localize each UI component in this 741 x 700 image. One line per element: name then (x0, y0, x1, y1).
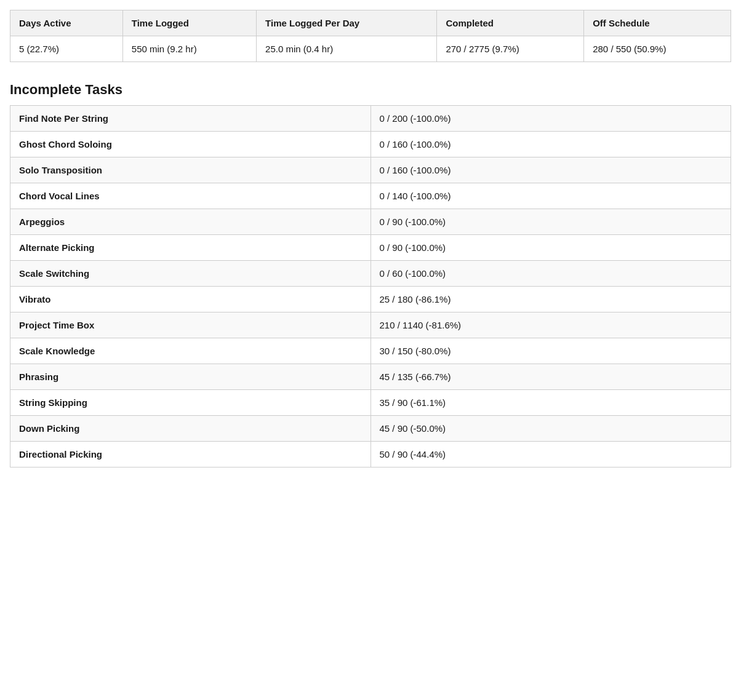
task-value: 0 / 90 (-100.0%) (370, 235, 731, 261)
task-row: Arpeggios0 / 90 (-100.0%) (10, 209, 731, 235)
header-off-schedule: Off Schedule (584, 10, 731, 36)
task-value: 0 / 200 (-100.0%) (370, 106, 731, 132)
task-row: Scale Switching0 / 60 (-100.0%) (10, 261, 731, 287)
task-name: Directional Picking (10, 442, 371, 467)
task-value: 0 / 90 (-100.0%) (370, 209, 731, 235)
header-time-logged-per-day: Time Logged Per Day (257, 10, 437, 36)
cell-time-logged: 550 min (9.2 hr) (122, 36, 256, 62)
task-row: Project Time Box210 / 1140 (-81.6%) (10, 312, 731, 338)
task-row: Scale Knowledge30 / 150 (-80.0%) (10, 338, 731, 364)
task-value: 25 / 180 (-86.1%) (370, 287, 731, 312)
task-value: 50 / 90 (-44.4%) (370, 442, 731, 467)
cell-completed: 270 / 2775 (9.7%) (437, 36, 584, 62)
task-name: Down Picking (10, 416, 371, 442)
task-row: String Skipping35 / 90 (-61.1%) (10, 390, 731, 416)
task-name: Scale Knowledge (10, 338, 371, 364)
summary-table: Days Active Time Logged Time Logged Per … (10, 10, 731, 62)
task-row: Chord Vocal Lines0 / 140 (-100.0%) (10, 183, 731, 209)
task-name: Chord Vocal Lines (10, 183, 371, 209)
task-name: Solo Transposition (10, 157, 371, 183)
task-name: Scale Switching (10, 261, 371, 287)
task-value: 0 / 160 (-100.0%) (370, 132, 731, 157)
task-row: Alternate Picking0 / 90 (-100.0%) (10, 235, 731, 261)
task-name: Project Time Box (10, 312, 371, 338)
task-value: 30 / 150 (-80.0%) (370, 338, 731, 364)
task-value: 210 / 1140 (-81.6%) (370, 312, 731, 338)
task-name: String Skipping (10, 390, 371, 416)
incomplete-tasks-table: Find Note Per String0 / 200 (-100.0%)Gho… (10, 105, 731, 467)
task-row: Solo Transposition0 / 160 (-100.0%) (10, 157, 731, 183)
task-name: Ghost Chord Soloing (10, 132, 371, 157)
task-value: 0 / 60 (-100.0%) (370, 261, 731, 287)
task-row: Phrasing45 / 135 (-66.7%) (10, 364, 731, 390)
task-value: 35 / 90 (-61.1%) (370, 390, 731, 416)
task-row: Ghost Chord Soloing0 / 160 (-100.0%) (10, 132, 731, 157)
cell-time-logged-per-day: 25.0 min (0.4 hr) (257, 36, 437, 62)
task-name: Vibrato (10, 287, 371, 312)
task-row: Vibrato25 / 180 (-86.1%) (10, 287, 731, 312)
task-name: Alternate Picking (10, 235, 371, 261)
task-name: Phrasing (10, 364, 371, 390)
cell-days-active: 5 (22.7%) (10, 36, 123, 62)
header-completed: Completed (437, 10, 584, 36)
task-row: Directional Picking50 / 90 (-44.4%) (10, 442, 731, 467)
task-value: 45 / 135 (-66.7%) (370, 364, 731, 390)
task-value: 45 / 90 (-50.0%) (370, 416, 731, 442)
task-row: Down Picking45 / 90 (-50.0%) (10, 416, 731, 442)
header-days-active: Days Active (10, 10, 123, 36)
header-time-logged: Time Logged (122, 10, 256, 36)
task-row: Find Note Per String0 / 200 (-100.0%) (10, 106, 731, 132)
task-name: Arpeggios (10, 209, 371, 235)
task-name: Find Note Per String (10, 106, 371, 132)
cell-off-schedule: 280 / 550 (50.9%) (584, 36, 731, 62)
task-value: 0 / 140 (-100.0%) (370, 183, 731, 209)
task-value: 0 / 160 (-100.0%) (370, 157, 731, 183)
incomplete-tasks-title: Incomplete Tasks (10, 82, 731, 98)
